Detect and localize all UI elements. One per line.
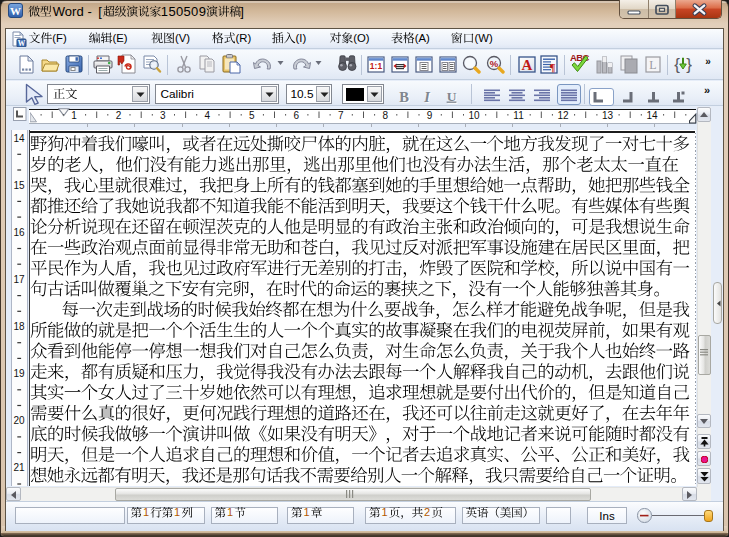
svg-text:12: 12 [557,110,569,121]
svg-text:(W): (W) [475,32,493,44]
svg-text:11: 11 [513,110,524,121]
svg-text:Calibri: Calibri [161,87,194,101]
svg-text:1: 1 [381,506,387,518]
svg-text:1: 1 [227,506,233,518]
svg-text:13: 13 [602,110,614,121]
svg-text:1: 1 [71,110,77,121]
svg-text:10.5: 10.5 [291,87,314,101]
svg-text:2: 2 [116,110,122,121]
svg-text:]: ] [240,4,244,19]
svg-text:150509: 150509 [161,4,206,19]
svg-text:(V): (V) [175,32,190,44]
svg-text:2: 2 [424,506,430,518]
svg-text:17: 17 [13,274,25,285]
svg-text:20: 20 [13,415,25,426]
svg-text:21: 21 [13,462,25,473]
svg-text:16: 16 [13,227,25,238]
svg-text:1: 1 [174,506,180,518]
svg-text:(A): (A) [415,32,430,44]
svg-text:6: 6 [293,110,299,121]
svg-text:1: 1 [143,506,149,518]
svg-text:5: 5 [249,110,255,121]
svg-text:(R): (R) [236,32,252,44]
svg-text:(I): (I) [296,32,307,44]
svg-text:8: 8 [382,110,388,121]
svg-text:Ins: Ins [599,510,615,522]
svg-text:3: 3 [160,110,166,121]
svg-text:15: 15 [13,180,25,191]
svg-text:9: 9 [427,110,433,121]
svg-text:(E): (E) [113,32,128,44]
svg-text:-: - [88,4,92,19]
svg-text:19: 19 [13,368,25,379]
svg-text:1: 1 [303,506,309,518]
svg-text:14: 14 [13,133,25,144]
svg-text:10: 10 [469,110,481,121]
svg-text:4: 4 [205,110,211,121]
svg-text:18: 18 [13,321,25,332]
svg-text:(F): (F) [52,32,67,44]
svg-text:7: 7 [338,110,344,121]
svg-text:[: [ [98,4,102,19]
svg-text:(O): (O) [353,32,370,44]
svg-text:14: 14 [646,110,658,121]
svg-text:Word: Word [53,4,84,19]
